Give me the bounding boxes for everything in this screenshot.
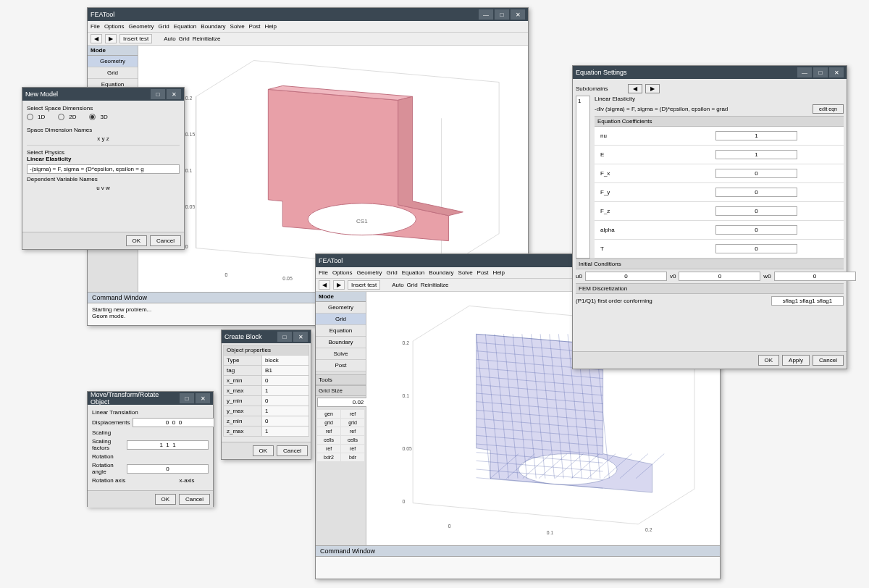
menu-grid[interactable]: Grid: [387, 269, 398, 276]
close-icon[interactable]: ✕: [511, 9, 525, 20]
coef-alpha-input[interactable]: [715, 225, 797, 235]
toolbar-refresh[interactable]: Reinitialize: [421, 282, 449, 288]
coef-fx-input[interactable]: [715, 169, 797, 178]
tool-ref[interactable]: ref: [341, 410, 364, 418]
prop-ymax-value[interactable]: 1: [262, 406, 309, 416]
mode-grid[interactable]: Grid: [88, 67, 138, 79]
radio-1d[interactable]: [27, 114, 33, 120]
close-icon[interactable]: ✕: [829, 67, 844, 77]
mode-geometry[interactable]: Geometry: [316, 302, 366, 314]
mode-equation[interactable]: Equation: [316, 325, 366, 337]
menu-boundary[interactable]: Boundary: [201, 23, 225, 30]
tool-ref[interactable]: ref: [341, 427, 364, 435]
prop-xmax-value[interactable]: 1: [262, 386, 309, 396]
tool-grid[interactable]: grid: [341, 419, 364, 427]
toolbar-refresh[interactable]: Reinitialize: [193, 35, 221, 42]
ok-button[interactable]: OK: [758, 355, 780, 366]
titlebar[interactable]: Equation Settings — □ ✕: [573, 66, 847, 79]
prop-zmax-value[interactable]: 1: [262, 427, 309, 437]
ok-button[interactable]: OK: [155, 494, 177, 505]
titlebar[interactable]: FEATool — □ ✕: [88, 8, 528, 21]
insert-button[interactable]: Insert test: [348, 280, 380, 290]
prop-tag-value[interactable]: B1: [262, 366, 309, 376]
menu-grid[interactable]: Grid: [159, 23, 169, 30]
edit-eqn-button[interactable]: edit eqn: [813, 104, 844, 114]
maximize-icon[interactable]: □: [277, 332, 292, 342]
toolbar-grid[interactable]: Grid: [179, 35, 190, 42]
toolbar-grid[interactable]: Grid: [407, 282, 418, 288]
titlebar[interactable]: New Model □ ✕: [22, 88, 184, 101]
rotation-angle-input[interactable]: [127, 464, 209, 474]
coef-fz-input[interactable]: [715, 206, 797, 216]
titlebar[interactable]: Move/Transform/Rotate Object □ ✕: [88, 392, 213, 405]
nav-back-button[interactable]: ◀: [319, 280, 330, 290]
close-icon[interactable]: ✕: [167, 89, 181, 99]
nav-back-button[interactable]: ◀: [91, 34, 102, 43]
coef-t-input[interactable]: [715, 244, 797, 253]
cancel-button[interactable]: Cancel: [813, 355, 844, 366]
apply-button[interactable]: Apply: [782, 355, 810, 366]
init-u0-input[interactable]: [585, 272, 667, 281]
menu-file[interactable]: File: [319, 269, 328, 276]
prop-ymin-value[interactable]: 0: [262, 396, 309, 406]
menu-options[interactable]: Options: [104, 23, 125, 30]
tool-grid[interactable]: grid: [317, 419, 340, 427]
mode-solve[interactable]: Solve: [316, 348, 366, 360]
cancel-button[interactable]: Cancel: [150, 235, 181, 246]
subdom-prev-button[interactable]: ◀: [628, 84, 642, 93]
insert-button[interactable]: Insert test: [119, 34, 152, 43]
mode-post[interactable]: Post: [316, 360, 366, 371]
menu-help[interactable]: Help: [493, 269, 505, 276]
prop-zmin-value[interactable]: 0: [262, 416, 309, 427]
command-window[interactable]: [316, 557, 720, 579]
menu-post[interactable]: Post: [249, 23, 261, 30]
prop-xmin-value[interactable]: 0: [262, 376, 309, 386]
ok-button[interactable]: OK: [253, 445, 274, 456]
menu-geometry[interactable]: Geometry: [356, 269, 382, 276]
mode-boundary[interactable]: Boundary: [316, 337, 366, 348]
tool-gen[interactable]: gen: [317, 410, 340, 418]
menu-equation[interactable]: Equation: [402, 269, 425, 276]
mode-grid[interactable]: Grid: [316, 314, 366, 325]
cancel-button[interactable]: Cancel: [277, 445, 308, 456]
maximize-icon[interactable]: □: [813, 67, 828, 77]
tool-bdr[interactable]: bdr2: [317, 453, 340, 461]
nav-fwd-button[interactable]: ▶: [333, 280, 345, 290]
displacements-input[interactable]: [133, 418, 214, 427]
tool-bdr[interactable]: bdr: [341, 453, 364, 461]
minimize-icon[interactable]: —: [479, 9, 493, 20]
ok-button[interactable]: OK: [126, 235, 148, 246]
toolbar-auto[interactable]: Auto: [392, 282, 403, 288]
minimize-icon[interactable]: —: [797, 67, 812, 77]
close-icon[interactable]: ✕: [196, 393, 210, 403]
radio-3d[interactable]: [89, 114, 96, 120]
menu-geometry[interactable]: Geometry: [128, 23, 154, 30]
menu-boundary[interactable]: Boundary: [429, 269, 453, 276]
init-v0-input[interactable]: [679, 272, 760, 281]
menu-solve[interactable]: Solve: [458, 269, 473, 276]
close-icon[interactable]: ✕: [293, 332, 308, 342]
toolbar-auto[interactable]: Auto: [164, 35, 175, 42]
tool-ref[interactable]: ref: [317, 427, 340, 435]
maximize-icon[interactable]: □: [495, 9, 509, 20]
titlebar[interactable]: Create Block □ ✕: [222, 330, 311, 343]
fem-shape[interactable]: sflag1 sflag1 sflag1: [771, 296, 844, 306]
subdom-next-button[interactable]: ▶: [645, 84, 660, 93]
scaling-input[interactable]: [127, 440, 209, 450]
nav-fwd-button[interactable]: ▶: [105, 34, 117, 43]
menu-equation[interactable]: Equation: [174, 23, 197, 30]
mode-geometry[interactable]: Geometry: [88, 56, 138, 67]
menu-options[interactable]: Options: [332, 269, 353, 276]
radio-2d[interactable]: [58, 114, 64, 120]
coef-e-input[interactable]: [715, 150, 797, 159]
menu-help[interactable]: Help: [265, 23, 277, 30]
coef-fy-input[interactable]: [715, 188, 797, 197]
menu-solve[interactable]: Solve: [230, 23, 245, 30]
cancel-button[interactable]: Cancel: [179, 494, 210, 505]
tool-cells[interactable]: cells: [341, 436, 364, 444]
maximize-icon[interactable]: □: [180, 393, 194, 403]
init-w0-input[interactable]: [774, 272, 856, 281]
coef-nu-input[interactable]: [715, 131, 797, 140]
menu-file[interactable]: File: [91, 23, 100, 30]
tool-ref[interactable]: ref: [317, 445, 340, 453]
